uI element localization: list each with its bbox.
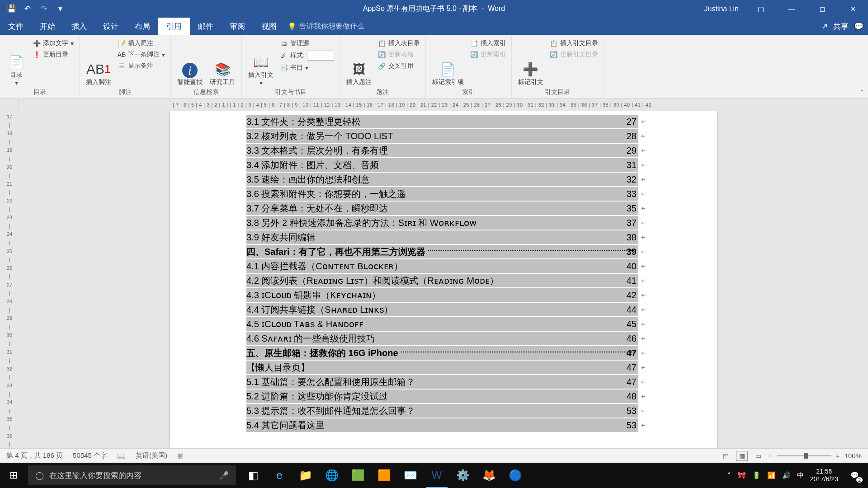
insert-index-button[interactable]: 📑插入索引 <box>468 38 508 48</box>
citation-style-dropdown[interactable]: 🖊样式: <box>278 50 336 61</box>
page-number-status[interactable]: 第 4 页，共 186 页 <box>6 451 63 460</box>
comments-icon[interactable]: 💬 <box>854 22 863 31</box>
undo-button[interactable]: ↶ <box>22 3 33 15</box>
toc-entry[interactable]: 【懒人目录页】47↵ <box>246 361 638 375</box>
word-app[interactable]: W <box>424 463 449 488</box>
minimize-button[interactable]: — <box>780 0 803 18</box>
toc-entry[interactable]: 4.3 ɪCʟᴏᴜᴅ 钥匙串（Kᴇʏᴄʜᴀɪɴ）42↵ <box>246 288 638 303</box>
toc-entry[interactable]: 3.8 另外 2 种快速添加备忘录的方法：Sɪʀɪ 和 Wᴏʀᴋꜰʟᴏᴡ37↵ <box>246 216 638 230</box>
tray-app-icon[interactable]: 🎀 <box>737 471 746 479</box>
toc-button[interactable]: 📄 目录▾ <box>4 37 29 87</box>
toc-entry[interactable]: 3.6 搜索和附件夹：你想要的，一触之遥33↵ <box>246 187 638 202</box>
toc-entry[interactable]: 3.7 分享菜单：无处不在，瞬秒即达35↵ <box>246 202 638 216</box>
insert-toa-button[interactable]: 📋插入引文目录 <box>548 38 600 48</box>
zoom-slider[interactable] <box>777 455 831 456</box>
language-status[interactable]: 英语(美国) <box>136 451 167 460</box>
browser-app[interactable]: 🌐 <box>319 463 344 488</box>
close-button[interactable]: ✕ <box>842 0 864 18</box>
page[interactable]: 3.1 文件夹：分类整理更轻松27↵3.2 核对列表：做另一个 TODO LIS… <box>170 111 717 448</box>
wifi-icon[interactable]: 📶 <box>767 471 776 479</box>
toc-entry[interactable]: 3.3 文本格式：层次分明，有条有理29↵ <box>246 144 638 158</box>
explorer-app[interactable]: 📁 <box>293 463 318 488</box>
bibliography-button[interactable]: 📑书目 ▾ <box>278 63 336 73</box>
ribbon-display-button[interactable]: ▢ <box>750 0 772 18</box>
toc-entry[interactable]: 五、原生邮箱：拯救你的 16G iPhone47↵ <box>246 346 638 361</box>
qat-more-button[interactable]: ▾ <box>54 3 66 15</box>
redo-button[interactable]: ↷ <box>38 3 50 15</box>
clock[interactable]: 21:56 2017/6/23 <box>810 468 838 483</box>
toc-entry[interactable]: 4.6 Sᴀꜰᴀʀɪ 的一些高级使用技巧46↵ <box>246 332 638 346</box>
tray-chevron-icon[interactable]: ˄ <box>727 471 731 479</box>
user-name[interactable]: Justina Lin <box>704 5 739 13</box>
toc-entry[interactable]: 4.1 内容拦截器（Cᴏɴᴛᴇɴᴛ Bʟᴏᴄᴋᴇʀ）40↵ <box>246 259 638 274</box>
web-layout-button[interactable]: ▭ <box>752 451 764 461</box>
start-button[interactable]: ⊞ <box>0 463 27 488</box>
tab-file[interactable]: 文件 <box>0 18 32 35</box>
zoom-out-button[interactable]: − <box>769 452 773 460</box>
toc-entry[interactable]: 4.4 订阅共享链接（Sʜᴀʀᴇᴅ Lɪɴᴋs）44↵ <box>246 303 638 317</box>
tab-home[interactable]: 开始 <box>32 18 63 35</box>
zoom-level[interactable]: 100% <box>844 452 862 460</box>
toc-entry[interactable]: 3.2 核对列表：做另一个 TODO LIST28↵ <box>246 129 638 144</box>
edge-app[interactable]: e <box>267 463 292 488</box>
update-tof-button[interactable]: 🔄更新表格 <box>376 50 422 60</box>
style-box[interactable] <box>307 51 334 61</box>
print-layout-button[interactable]: ▦ <box>736 451 748 461</box>
spell-check-icon[interactable]: 📖 <box>117 452 126 460</box>
update-index-button[interactable]: 🔄更新索引 <box>468 50 508 60</box>
insert-citation-button[interactable]: 📖 插入引文▾ <box>245 37 276 87</box>
mail-app[interactable]: ✉️ <box>398 463 423 488</box>
tab-review[interactable]: 审阅 <box>222 18 253 35</box>
toc-entry[interactable]: 5.3 提示篇：收不到邮件通知是怎么回事？53↵ <box>246 404 638 418</box>
zoom-in-button[interactable]: + <box>836 452 840 460</box>
toc-entry[interactable]: 3.1 文件夹：分类整理更轻松27↵ <box>246 115 638 129</box>
insert-caption-button[interactable]: 🖼 插入题注 <box>344 37 374 87</box>
tab-references[interactable]: 引用 <box>158 18 190 35</box>
collapse-ribbon-button[interactable]: ˄ <box>860 89 863 96</box>
settings-app[interactable]: ⚙️ <box>450 463 476 488</box>
update-toa-button[interactable]: 🔄更新引文目录 <box>548 50 600 60</box>
battery-icon[interactable]: 🔋 <box>752 471 761 479</box>
toc-entry[interactable]: 5.4 其它问题看这里53↵ <box>246 418 638 433</box>
mark-index-entry-button[interactable]: 📄 标记索引项 <box>429 37 467 87</box>
toc-entry[interactable]: 四、Safari：有了它，再也不用第三方浏览器39↵ <box>246 245 638 259</box>
tab-insert[interactable]: 插入 <box>63 18 95 35</box>
toc-entry[interactable]: 3.4 添加附件：图片、文档、音频31↵ <box>246 158 638 173</box>
maximize-button[interactable]: ◻ <box>811 0 834 18</box>
evernote-app[interactable]: 🟩 <box>345 463 371 488</box>
firefox-app[interactable]: 🦊 <box>476 463 502 488</box>
share-icon[interactable]: ↗ <box>821 22 828 31</box>
insert-endnote-button[interactable]: 📝插入尾注 <box>116 38 167 48</box>
macro-icon[interactable]: ▦ <box>177 452 184 460</box>
toc-entry[interactable]: 4.2 阅读列表（Rᴇᴀᴅɪɴɢ Lɪsᴛ）和阅读模式（Rᴇᴀᴅɪɴɢ Mᴏᴅᴇ… <box>246 274 638 288</box>
toc-entry[interactable]: 4.5 ɪCʟᴏᴜᴅ Tᴀʙs & Hᴀɴᴅᴏꜰꜰ45↵ <box>246 317 638 332</box>
task-view-button[interactable]: ◧ <box>241 463 266 488</box>
share-button[interactable]: 共享 <box>833 21 849 32</box>
volume-icon[interactable]: 🔊 <box>782 471 791 479</box>
read-mode-button[interactable]: ▤ <box>720 451 731 461</box>
insert-footnote-button[interactable]: AB1 插入脚注 <box>83 37 114 87</box>
ime-indicator[interactable]: 中 <box>797 471 804 480</box>
vertical-ruler[interactable]: 17|18|19|20|21|22|23|24|25|26|27|28|29|3… <box>0 111 19 448</box>
manage-sources-button[interactable]: 🗂管理源 <box>278 38 336 48</box>
tab-view[interactable]: 视图 <box>253 18 285 35</box>
mark-citation-button[interactable]: ➕ 标记引文 <box>515 37 546 87</box>
research-tool-button[interactable]: 📚 研究工具 <box>207 37 238 87</box>
horizontal-ruler[interactable]: | 7 | 6 | 5 | 4 | 3 | 2 | 1 | | 1 | 2 | … <box>19 99 868 111</box>
ruler-corner[interactable]: ⌐ <box>0 99 19 111</box>
wunderlist-app[interactable]: 🟧 <box>372 463 397 488</box>
mic-icon[interactable]: 🎤 <box>219 471 229 480</box>
cross-ref-button[interactable]: 🔗交叉引用 <box>376 61 422 71</box>
word-count-status[interactable]: 50545 个字 <box>73 451 107 460</box>
tab-design[interactable]: 设计 <box>95 18 127 35</box>
tab-layout[interactable]: 布局 <box>127 18 158 35</box>
insert-tof-button[interactable]: 📋插入表目录 <box>376 38 422 48</box>
chat-app[interactable]: 🔵 <box>503 463 528 488</box>
tell-me-search[interactable]: 💡 告诉我你想要做什么 <box>288 18 364 35</box>
toc-entry[interactable]: 5.1 基础篇：要怎么配置和使用原生邮箱？47↵ <box>246 375 638 389</box>
next-footnote-button[interactable]: AB下一条脚注 ▾ <box>116 50 167 60</box>
show-notes-button[interactable]: ☰显示备注 <box>116 61 167 71</box>
toc-entry[interactable]: 5.2 进阶篇：这些功能你肯定没试过48↵ <box>246 389 638 404</box>
add-text-button[interactable]: ➕添加文字 ▾ <box>31 38 75 48</box>
smart-lookup-button[interactable]: i 智能查找 <box>175 37 205 87</box>
